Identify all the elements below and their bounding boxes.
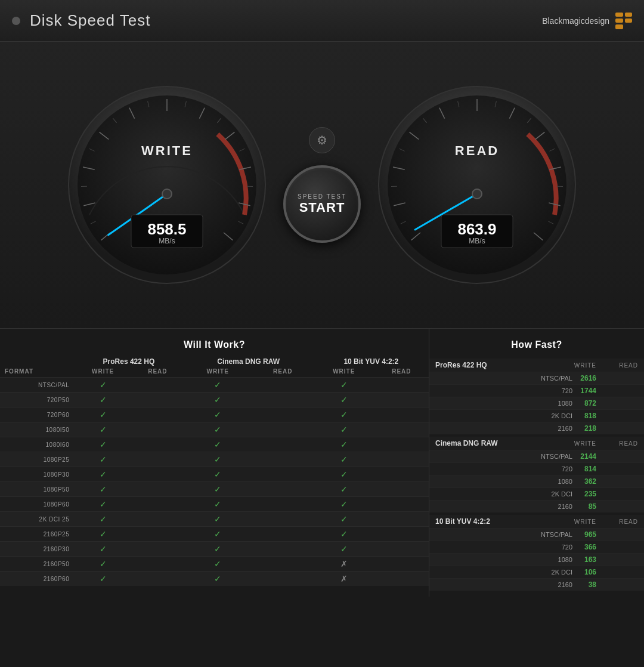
yuv-read-cell: [374, 482, 429, 497]
hf-row: 2160 218: [429, 422, 644, 434]
brand-logo: Blackmagicdesign: [542, 13, 632, 29]
prores-write-header: WRITE: [74, 367, 132, 378]
start-label: START: [299, 200, 345, 215]
hf-row: NTSC/PAL 2616: [429, 372, 644, 384]
prores-read-cell: [132, 572, 183, 586]
svg-text:WRITE: WRITE: [141, 143, 193, 158]
brand-name: Blackmagicdesign: [542, 16, 609, 26]
table-row: 1080p25 ✓ ✓ ✓: [0, 452, 429, 467]
dng-write-cell: ✓: [184, 393, 252, 407]
prores-write-cell: ✓: [74, 572, 132, 586]
prores-write-cell: ✓: [74, 393, 132, 407]
dng-read-cell: [252, 512, 314, 527]
dng-write-cell: ✓: [184, 572, 252, 586]
app-title: Disk Speed Test: [30, 11, 150, 30]
yuv-write-header: WRITE: [314, 367, 374, 378]
will-it-work-panel: Will It Work? ProRes 422 HQ Cinema DNG R…: [0, 329, 429, 597]
hf-row: 2160 38: [429, 578, 644, 591]
dng-read-cell: [252, 542, 314, 557]
hf-row: NTSC/PAL 965: [429, 528, 644, 541]
yuv-read-cell: [374, 393, 429, 407]
will-it-work-table: ProRes 422 HQ Cinema DNG RAW 10 Bit YUV …: [0, 356, 429, 586]
table-row: 1080p50 ✓ ✓ ✓: [0, 482, 429, 497]
format-name: 2160p50: [0, 557, 74, 572]
write-gauge: WRITE 858.5 MB/s: [66, 84, 268, 286]
dng-read-cell: [252, 572, 314, 586]
yuv-read-cell: [374, 497, 429, 512]
hf-row: 2160 85: [429, 500, 644, 512]
yuv-write-cell: ✓: [314, 452, 374, 467]
prores-write-cell: ✓: [74, 482, 132, 497]
prores-read-cell: [132, 437, 183, 452]
dng-read-cell: [252, 497, 314, 512]
yuv-read-cell: [374, 422, 429, 437]
prores-write-cell: ✓: [74, 527, 132, 542]
yuv-write-cell: ✓: [314, 542, 374, 557]
yuv-write-cell: ✓: [314, 393, 374, 407]
format-name: 1080i60: [0, 437, 74, 452]
yuv-read-cell: [374, 512, 429, 527]
format-name: 2160p25: [0, 527, 74, 542]
dng-write-header: WRITE: [184, 367, 252, 378]
speed-test-label: SPEED TEST: [298, 193, 346, 200]
settings-button[interactable]: ⚙: [309, 127, 335, 153]
close-button[interactable]: [12, 17, 20, 25]
data-section: Will It Work? ProRes 422 HQ Cinema DNG R…: [0, 328, 644, 597]
dng-read-cell: [252, 378, 314, 393]
format-name: 720p60: [0, 407, 74, 422]
format-name: 2160p60: [0, 572, 74, 586]
codec-yuv-header: 10 Bit YUV 4:2:2: [314, 356, 429, 367]
table-row: 720p60 ✓ ✓ ✓: [0, 407, 429, 422]
dng-read-cell: [252, 393, 314, 407]
yuv-read-cell: [374, 542, 429, 557]
read-gauge: READ 863.9 MB/s: [376, 84, 578, 286]
prores-write-cell: ✓: [74, 452, 132, 467]
yuv-read-cell: [374, 407, 429, 422]
svg-text:858.5: 858.5: [147, 220, 186, 238]
prores-read-cell: [132, 557, 183, 572]
table-row: 720p50 ✓ ✓ ✓: [0, 393, 429, 407]
prores-read-cell: [132, 407, 183, 422]
prores-write-cell: ✓: [74, 378, 132, 393]
table-row: 1080p60 ✓ ✓ ✓: [0, 497, 429, 512]
yuv-write-cell: ✓: [314, 422, 374, 437]
prores-write-cell: ✓: [74, 467, 132, 482]
codec-prores-header: ProRes 422 HQ: [74, 356, 183, 367]
format-name: 2160p30: [0, 542, 74, 557]
prores-read-cell: [132, 467, 183, 482]
table-row: 2160p60 ✓ ✓ ✗: [0, 572, 429, 586]
yuv-write-cell: ✓: [314, 467, 374, 482]
prores-read-cell: [132, 452, 183, 467]
yuv-write-cell: ✓: [314, 407, 374, 422]
prores-read-cell: [132, 393, 183, 407]
svg-text:MB/s: MB/s: [159, 237, 175, 245]
center-controls: ⚙ SPEED TEST START: [268, 127, 376, 243]
hf-row: 720 814: [429, 462, 644, 475]
title-bar: Disk Speed Test Blackmagicdesign: [0, 0, 644, 42]
hf-row: 720 366: [429, 541, 644, 553]
prores-write-cell: ✓: [74, 512, 132, 527]
prores-read-cell: [132, 378, 183, 393]
dng-write-cell: ✓: [184, 437, 252, 452]
start-button[interactable]: SPEED TEST START: [283, 165, 361, 243]
prores-read-cell: [132, 542, 183, 557]
yuv-write-cell: ✗: [314, 572, 374, 586]
codec-dng-header: Cinema DNG RAW: [184, 356, 314, 367]
table-row: NTSC/PAL ✓ ✓ ✓: [0, 378, 429, 393]
format-name: 1080p25: [0, 452, 74, 467]
will-it-work-body: NTSC/PAL ✓ ✓ ✓ 720p50 ✓ ✓ ✓ 720p60 ✓ ✓ ✓…: [0, 378, 429, 586]
yuv-read-cell: [374, 452, 429, 467]
dng-read-cell: [252, 557, 314, 572]
hf-codec-header: ProRes 422 HQ WRITE READ: [429, 359, 644, 372]
gear-icon: ⚙: [317, 133, 327, 147]
yuv-read-cell: [374, 572, 429, 586]
how-fast-panel: How Fast? ProRes 422 HQ WRITE READ NTSC/…: [429, 329, 644, 597]
table-row: 2K DCI 25 ✓ ✓ ✓: [0, 512, 429, 527]
yuv-read-cell: [374, 527, 429, 542]
table-row: 2160p25 ✓ ✓ ✓: [0, 527, 429, 542]
svg-text:READ: READ: [455, 143, 499, 158]
dng-write-cell: ✓: [184, 527, 252, 542]
hf-row: 1080 362: [429, 475, 644, 487]
hf-row: 720 1744: [429, 384, 644, 397]
format-name: NTSC/PAL: [0, 378, 74, 393]
